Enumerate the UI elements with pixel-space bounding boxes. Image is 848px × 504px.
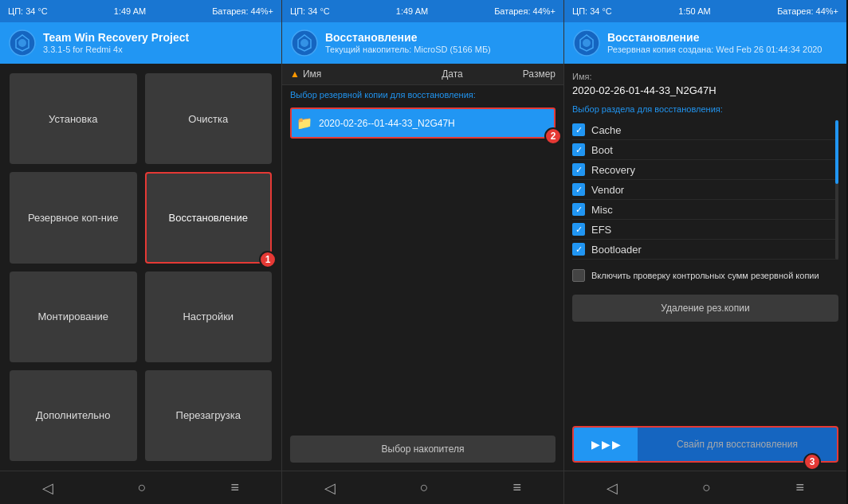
- header-title-1: Team Win Recovery Project: [43, 31, 189, 45]
- checkbox-efs[interactable]: ✓: [572, 223, 585, 236]
- partition-misc[interactable]: ✓ Misc: [572, 200, 838, 220]
- menu-btn-install[interactable]: Установка: [10, 73, 137, 164]
- nav-back-1[interactable]: ◁: [36, 473, 60, 503]
- sort-triangle: ▲: [290, 68, 300, 80]
- partition-label-misc: Misc: [591, 204, 613, 216]
- nav-bar-1: ◁ ○ ≡: [0, 471, 281, 504]
- nav-menu-3[interactable]: ≡: [789, 473, 811, 502]
- swipe-arrow-1: ▶: [591, 438, 600, 451]
- col-name[interactable]: ▲ Имя: [290, 68, 408, 80]
- partition-cache[interactable]: ✓ Cache: [572, 120, 838, 140]
- menu-btn-advanced[interactable]: Дополнительно: [10, 370, 137, 461]
- checkbox-cache[interactable]: ✓: [572, 123, 585, 136]
- menu-btn-wipe[interactable]: Очистка: [145, 73, 273, 164]
- battery-2: Батарея: 44%+: [494, 6, 556, 16]
- checkbox-misc[interactable]: ✓: [572, 203, 585, 216]
- header-subtitle-1: 3.3.1-5 for Redmi 4x: [43, 45, 189, 55]
- menu-btn-restore[interactable]: Восстановление 1: [145, 172, 273, 263]
- partition-label-efs: EFS: [591, 224, 611, 236]
- partition-label-bootloader: Bootloader: [591, 244, 642, 256]
- header-title-2: Восстановление: [325, 31, 491, 45]
- partition-boot[interactable]: ✓ Boot: [572, 140, 838, 160]
- header-subtitle-3: Резервная копия создана: Wed Feb 26 01:4…: [607, 45, 822, 55]
- status-bar-1: ЦП: 34 °C 1:49 AM Батарея: 44%+: [0, 0, 281, 22]
- file-item-0[interactable]: 📁 2020-02-26--01-44-33_N2G47H 2: [290, 107, 556, 139]
- restore-badge: 1: [259, 251, 277, 268]
- checkbox-bootloader[interactable]: ✓: [572, 243, 585, 256]
- cpu-temp-2: ЦП: 34 °C: [290, 6, 330, 16]
- partition-recovery[interactable]: ✓ Recovery: [572, 160, 838, 180]
- svg-point-1: [18, 39, 26, 47]
- nav-back-3[interactable]: ◁: [600, 473, 624, 503]
- partition-list: ✓ Cache ✓ Boot ✓ Recovery ✓ Vendor ✓ M: [572, 120, 838, 260]
- header-3: Восстановление Резервная копия создана: …: [564, 22, 846, 64]
- screen-2: ЦП: 34 °C 1:49 AM Батарея: 44%+ Восстано…: [282, 0, 564, 504]
- scrollbar-track: [835, 120, 838, 260]
- time-3: 1:50 AM: [678, 6, 710, 16]
- col-date[interactable]: Дата: [408, 68, 497, 80]
- screen-1: ЦП: 34 °C 1:49 AM Батарея: 44%+ Team Win…: [0, 0, 282, 504]
- menu-btn-reboot[interactable]: Перезагрузка: [145, 370, 273, 461]
- checkbox-verify[interactable]: [572, 269, 585, 282]
- verify-checksum-row[interactable]: Включить проверку контрольных сумм резер…: [572, 263, 838, 288]
- twrp-logo-3: [572, 29, 601, 57]
- twrp-logo-1: [8, 29, 37, 57]
- select-storage-btn[interactable]: Выбор накопителя: [290, 436, 556, 463]
- file-list: 📁 2020-02-26--01-44-33_N2G47H 2: [282, 104, 563, 428]
- menu-btn-settings[interactable]: Настройки: [145, 272, 273, 362]
- swipe-arrow-2: ▶: [602, 438, 610, 451]
- menu-btn-mount[interactable]: Монтирование: [10, 272, 137, 362]
- restore-content: Имя: 2020-02-26-01-44-33_N2G47H Выбор ра…: [564, 64, 846, 426]
- swipe-bar[interactable]: ▶ ▶ ▶ Свайп для восстановления 3 →: [572, 426, 838, 463]
- battery-1: Батарея: 44%+: [212, 6, 273, 16]
- swipe-arrows: ▶ ▶ ▶: [574, 428, 638, 461]
- checkbox-boot[interactable]: ✓: [572, 143, 585, 156]
- partition-section-title: Выбор раздела для восстановления:: [572, 104, 838, 114]
- header-text-2: Восстановление Текущий накопитель: Micro…: [325, 31, 491, 55]
- nav-home-2[interactable]: ○: [414, 473, 435, 502]
- partition-vendor[interactable]: ✓ Vendor: [572, 180, 838, 200]
- swipe-badge: 3: [803, 453, 821, 471]
- checkbox-vendor[interactable]: ✓: [572, 183, 585, 196]
- cpu-temp-1: ЦП: 34 °C: [8, 6, 48, 16]
- menu-btn-backup[interactable]: Резервное коп-ние: [10, 172, 137, 263]
- header-2: Восстановление Текущий накопитель: Micro…: [282, 22, 563, 64]
- col-size[interactable]: Размер: [497, 68, 556, 80]
- header-subtitle-2: Текущий накопитель: MicroSD (5166 МБ): [325, 45, 491, 55]
- partition-bootloader[interactable]: ✓ Bootloader: [572, 240, 838, 260]
- header-text-3: Восстановление Резервная копия создана: …: [607, 31, 822, 55]
- swipe-arrow-3: ▶: [612, 438, 621, 451]
- backup-section-label: Выбор резервной копии для восстановления…: [282, 85, 563, 104]
- file-name-0: 2020-02-26--01-44-33_N2G47H: [319, 118, 549, 129]
- time-2: 1:49 AM: [396, 6, 428, 16]
- nav-back-2[interactable]: ◁: [318, 473, 342, 503]
- partition-label-vendor: Vendor: [591, 184, 624, 196]
- nav-home-3[interactable]: ○: [696, 473, 717, 502]
- header-title-3: Восстановление: [607, 31, 822, 45]
- status-bar-3: ЦП: 34 °C 1:50 AM Батарея: 44%+: [564, 0, 846, 22]
- svg-point-5: [583, 39, 591, 47]
- header-text-1: Team Win Recovery Project 3.3.1-5 for Re…: [43, 31, 189, 55]
- main-content-1: Установка Очистка Резервное коп-ние Восс…: [0, 64, 281, 471]
- nav-bar-3: ◁ ○ ≡: [564, 471, 846, 504]
- screen-3: ЦП: 34 °C 1:50 AM Батарея: 44%+ Восстано…: [564, 0, 846, 504]
- status-bar-2: ЦП: 34 °C 1:49 AM Батарея: 44%+: [282, 0, 563, 22]
- name-value: 2020-02-26-01-44-33_N2G47H: [572, 84, 838, 96]
- nav-menu-1[interactable]: ≡: [225, 473, 246, 502]
- header-1: Team Win Recovery Project 3.3.1-5 for Re…: [0, 22, 281, 64]
- delete-backup-btn[interactable]: Удаление рез.копии: [572, 295, 838, 322]
- folder-icon: 📁: [296, 115, 312, 131]
- time-1: 1:49 AM: [114, 6, 146, 16]
- file-badge-0: 2: [544, 127, 562, 145]
- twrp-logo-2: [290, 29, 319, 57]
- cpu-temp-3: ЦП: 34 °C: [572, 6, 612, 16]
- nav-home-1[interactable]: ○: [132, 473, 153, 502]
- scrollbar-thumb[interactable]: [835, 120, 838, 184]
- svg-point-3: [300, 39, 308, 47]
- partition-efs[interactable]: ✓ EFS: [572, 220, 838, 240]
- nav-menu-2[interactable]: ≡: [507, 473, 528, 502]
- verify-label: Включить проверку контрольных сумм резер…: [591, 271, 819, 280]
- screens-container: ЦП: 34 °C 1:49 AM Батарея: 44%+ Team Win…: [0, 0, 848, 504]
- menu-grid: Установка Очистка Резервное коп-ние Восс…: [10, 73, 272, 461]
- checkbox-recovery[interactable]: ✓: [572, 163, 585, 176]
